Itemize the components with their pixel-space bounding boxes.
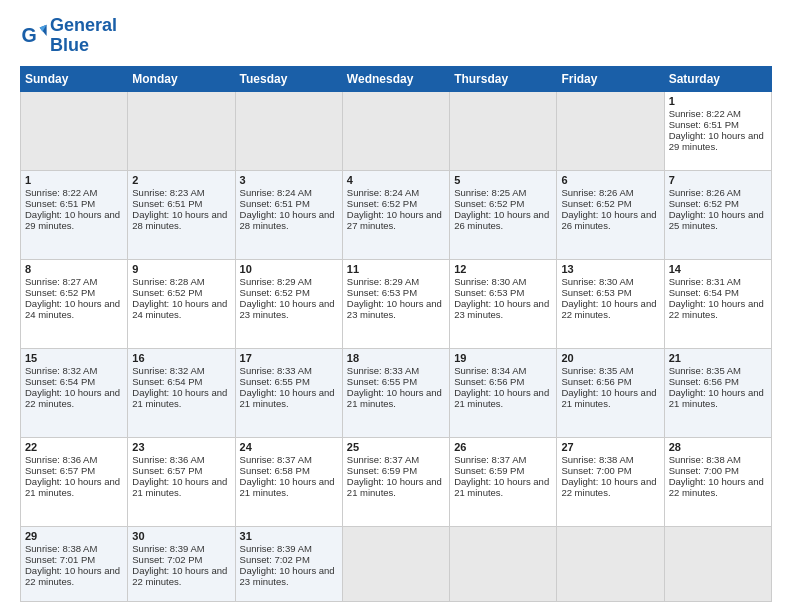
day-number: 15 [25, 352, 123, 364]
sunset: Sunset: 6:54 PM [132, 376, 202, 387]
daylight: Daylight: 10 hours and 27 minutes. [347, 209, 442, 231]
day-cell: 11Sunrise: 8:29 AMSunset: 6:53 PMDayligh… [342, 260, 449, 349]
calendar-header-row: SundayMondayTuesdayWednesdayThursdayFrid… [21, 66, 772, 91]
day-cell: 25Sunrise: 8:37 AMSunset: 6:59 PMDayligh… [342, 437, 449, 526]
sunrise: Sunrise: 8:34 AM [454, 365, 526, 376]
day-cell: 2Sunrise: 8:23 AMSunset: 6:51 PMDaylight… [128, 171, 235, 260]
week-row: 29Sunrise: 8:38 AMSunset: 7:01 PMDayligh… [21, 526, 772, 601]
day-cell: 12Sunrise: 8:30 AMSunset: 6:53 PMDayligh… [450, 260, 557, 349]
day-header-wednesday: Wednesday [342, 66, 449, 91]
week-row: 22Sunrise: 8:36 AMSunset: 6:57 PMDayligh… [21, 437, 772, 526]
daylight: Daylight: 10 hours and 21 minutes. [25, 476, 120, 498]
daylight: Daylight: 10 hours and 22 minutes. [669, 298, 764, 320]
day-number: 6 [561, 174, 659, 186]
sunrise: Sunrise: 8:35 AM [669, 365, 741, 376]
day-cell: 23Sunrise: 8:36 AMSunset: 6:57 PMDayligh… [128, 437, 235, 526]
daylight: Daylight: 10 hours and 21 minutes. [132, 476, 227, 498]
daylight: Daylight: 10 hours and 22 minutes. [669, 476, 764, 498]
empty-cell [450, 91, 557, 171]
sunrise: Sunrise: 8:33 AM [240, 365, 312, 376]
sunrise: Sunrise: 8:37 AM [454, 454, 526, 465]
logo-icon: G [20, 22, 48, 50]
day-number: 18 [347, 352, 445, 364]
day-cell: 13Sunrise: 8:30 AMSunset: 6:53 PMDayligh… [557, 260, 664, 349]
day-cell: 4Sunrise: 8:24 AMSunset: 6:52 PMDaylight… [342, 171, 449, 260]
day-number: 1 [669, 95, 767, 107]
daylight: Daylight: 10 hours and 29 minutes. [669, 130, 764, 152]
sunset: Sunset: 6:52 PM [561, 198, 631, 209]
daylight: Daylight: 10 hours and 29 minutes. [25, 209, 120, 231]
empty-cell [557, 91, 664, 171]
day-number: 5 [454, 174, 552, 186]
day-number: 2 [132, 174, 230, 186]
daylight: Daylight: 10 hours and 28 minutes. [240, 209, 335, 231]
daylight: Daylight: 10 hours and 24 minutes. [25, 298, 120, 320]
day-cell: 22Sunrise: 8:36 AMSunset: 6:57 PMDayligh… [21, 437, 128, 526]
day-number: 4 [347, 174, 445, 186]
day-cell: 8Sunrise: 8:27 AMSunset: 6:52 PMDaylight… [21, 260, 128, 349]
day-cell: 19Sunrise: 8:34 AMSunset: 6:56 PMDayligh… [450, 349, 557, 438]
sunrise: Sunrise: 8:29 AM [240, 276, 312, 287]
daylight: Daylight: 10 hours and 21 minutes. [454, 476, 549, 498]
day-number: 21 [669, 352, 767, 364]
sunrise: Sunrise: 8:36 AM [132, 454, 204, 465]
day-header-friday: Friday [557, 66, 664, 91]
daylight: Daylight: 10 hours and 23 minutes. [240, 565, 335, 587]
calendar: SundayMondayTuesdayWednesdayThursdayFrid… [20, 66, 772, 602]
sunrise: Sunrise: 8:24 AM [240, 187, 312, 198]
day-cell: 17Sunrise: 8:33 AMSunset: 6:55 PMDayligh… [235, 349, 342, 438]
sunset: Sunset: 7:01 PM [25, 554, 95, 565]
sunset: Sunset: 6:56 PM [454, 376, 524, 387]
sunrise: Sunrise: 8:36 AM [25, 454, 97, 465]
empty-cell [450, 526, 557, 601]
day-number: 1 [25, 174, 123, 186]
day-number: 31 [240, 530, 338, 542]
day-cell: 18Sunrise: 8:33 AMSunset: 6:55 PMDayligh… [342, 349, 449, 438]
day-number: 22 [25, 441, 123, 453]
sunrise: Sunrise: 8:38 AM [561, 454, 633, 465]
daylight: Daylight: 10 hours and 21 minutes. [347, 387, 442, 409]
sunset: Sunset: 6:56 PM [669, 376, 739, 387]
day-cell: 31Sunrise: 8:39 AMSunset: 7:02 PMDayligh… [235, 526, 342, 601]
day-number: 23 [132, 441, 230, 453]
sunset: Sunset: 6:58 PM [240, 465, 310, 476]
week-row: 8Sunrise: 8:27 AMSunset: 6:52 PMDaylight… [21, 260, 772, 349]
day-number: 9 [132, 263, 230, 275]
sunrise: Sunrise: 8:32 AM [25, 365, 97, 376]
sunrise: Sunrise: 8:22 AM [669, 108, 741, 119]
day-number: 20 [561, 352, 659, 364]
daylight: Daylight: 10 hours and 26 minutes. [561, 209, 656, 231]
sunrise: Sunrise: 8:32 AM [132, 365, 204, 376]
day-cell: 10Sunrise: 8:29 AMSunset: 6:52 PMDayligh… [235, 260, 342, 349]
sunrise: Sunrise: 8:24 AM [347, 187, 419, 198]
day-cell: 24Sunrise: 8:37 AMSunset: 6:58 PMDayligh… [235, 437, 342, 526]
daylight: Daylight: 10 hours and 24 minutes. [132, 298, 227, 320]
daylight: Daylight: 10 hours and 21 minutes. [347, 476, 442, 498]
sunset: Sunset: 6:56 PM [561, 376, 631, 387]
empty-cell [342, 526, 449, 601]
sunrise: Sunrise: 8:39 AM [132, 543, 204, 554]
day-cell: 9Sunrise: 8:28 AMSunset: 6:52 PMDaylight… [128, 260, 235, 349]
day-number: 12 [454, 263, 552, 275]
day-cell: 3Sunrise: 8:24 AMSunset: 6:51 PMDaylight… [235, 171, 342, 260]
day-cell: 21Sunrise: 8:35 AMSunset: 6:56 PMDayligh… [664, 349, 771, 438]
sunset: Sunset: 6:55 PM [347, 376, 417, 387]
day-number: 7 [669, 174, 767, 186]
week-row: 1Sunrise: 8:22 AMSunset: 6:51 PMDaylight… [21, 171, 772, 260]
daylight: Daylight: 10 hours and 28 minutes. [132, 209, 227, 231]
day-number: 14 [669, 263, 767, 275]
day-number: 24 [240, 441, 338, 453]
daylight: Daylight: 10 hours and 25 minutes. [669, 209, 764, 231]
day-cell: 27Sunrise: 8:38 AMSunset: 7:00 PMDayligh… [557, 437, 664, 526]
sunset: Sunset: 6:51 PM [132, 198, 202, 209]
day-number: 17 [240, 352, 338, 364]
sunset: Sunset: 6:52 PM [132, 287, 202, 298]
day-header-thursday: Thursday [450, 66, 557, 91]
empty-cell [128, 91, 235, 171]
header: G General Blue [20, 16, 772, 56]
sunset: Sunset: 7:02 PM [240, 554, 310, 565]
day-header-tuesday: Tuesday [235, 66, 342, 91]
daylight: Daylight: 10 hours and 22 minutes. [561, 298, 656, 320]
daylight: Daylight: 10 hours and 22 minutes. [25, 565, 120, 587]
day-cell: 6Sunrise: 8:26 AMSunset: 6:52 PMDaylight… [557, 171, 664, 260]
